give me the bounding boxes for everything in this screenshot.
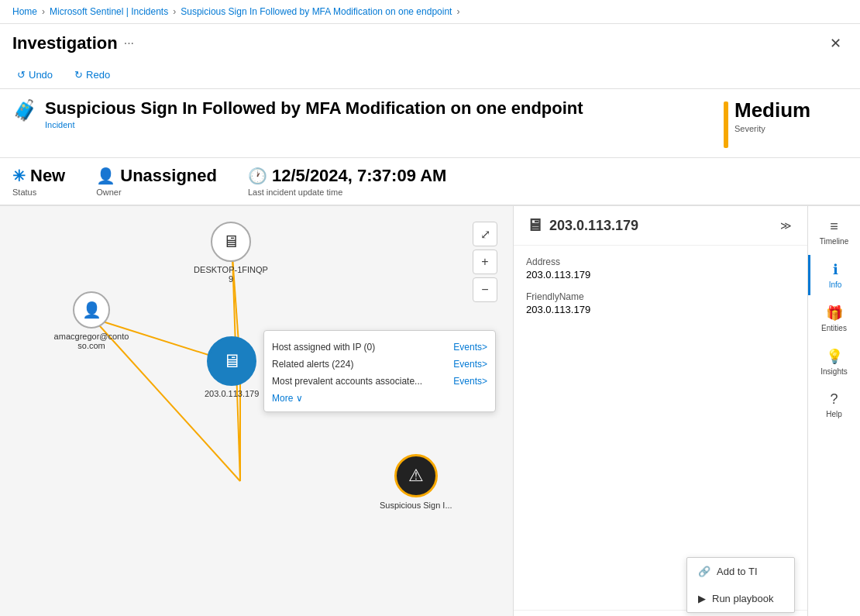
title-more-icon[interactable]: ···: [124, 36, 134, 50]
insights-label: Insights: [820, 367, 847, 376]
severity-bar: [724, 102, 728, 148]
popup-more-label: More: [272, 393, 293, 404]
detail-expand-button[interactable]: ≫: [777, 216, 795, 235]
popup-row3-link[interactable]: Events>: [453, 376, 487, 387]
help-label: Help: [826, 410, 842, 418]
breadcrumb-arrow: ›: [456, 6, 459, 17]
help-icon: ?: [830, 391, 838, 408]
entity-actions-dropdown: 🔗 Add to TI ▶ Run playbook: [686, 557, 795, 613]
popup-card: Host assigned with IP (0) Events> Relate…: [263, 330, 496, 412]
breadcrumb-sep2: ›: [173, 6, 176, 17]
detail-icon: 🖥: [526, 215, 543, 236]
page-title: Investigation: [12, 33, 118, 53]
entities-icon: 🎁: [826, 305, 843, 322]
insights-icon: 💡: [826, 348, 843, 365]
popup-row2-link[interactable]: Events>: [453, 359, 487, 370]
add-to-ti-icon: 🔗: [698, 566, 710, 577]
popup-row3-label: Most prevalent accounts associate...: [272, 376, 422, 387]
graph-zoom-in-button[interactable]: +: [473, 249, 497, 274]
node-user[interactable]: 👤 amacgregor@contoso.com: [53, 291, 130, 350]
timeline-icon: ≡: [830, 219, 838, 235]
redo-icon: ↻: [74, 69, 83, 81]
popup-more[interactable]: More ∨: [272, 390, 487, 404]
severity-label: Severity: [734, 124, 810, 133]
node-ip[interactable]: 🖥 ⚙ + 203.0.113.179: [205, 336, 259, 398]
timeline-label: Timeline: [820, 237, 848, 246]
redo-label: Redo: [86, 69, 110, 81]
right-sidebar: ≡ Timeline ℹ Info 🎁 Entities 💡 Insights …: [807, 206, 860, 616]
detail-friendly-value: 203.0.113.179: [526, 304, 795, 315]
owner-icon: 👤: [96, 167, 115, 185]
node-desktop[interactable]: 🖥 DESKTOP-1FINQP9: [192, 222, 270, 284]
add-to-ti-item[interactable]: 🔗 Add to TI: [687, 558, 794, 585]
sidebar-entities-button[interactable]: 🎁 Entities: [808, 298, 860, 339]
popup-chevron-icon: ∨: [296, 393, 303, 404]
time-value: 12/5/2024, 7:37:09 AM: [272, 166, 446, 186]
breadcrumb: Home › Microsoft Sentinel | Incidents › …: [0, 0, 860, 24]
status-label: Status: [12, 188, 65, 197]
graph-zoom-out-button[interactable]: −: [473, 277, 497, 302]
info-label: Info: [829, 280, 842, 289]
time-label: Last incident update time: [248, 188, 446, 197]
entities-label: Entities: [821, 324, 847, 332]
graph-fit-button[interactable]: ⤢: [473, 222, 497, 246]
detail-friendly-label: FriendlyName: [526, 291, 795, 302]
undo-button[interactable]: ↺ Undo: [12, 66, 57, 84]
graph-controls: ⤢ + −: [473, 222, 497, 302]
undo-icon: ↺: [17, 69, 26, 81]
breadcrumb-sep1: ›: [42, 6, 45, 17]
popup-row-1: Host assigned with IP (0) Events>: [272, 339, 487, 356]
detail-title: 🖥 203.0.113.179: [526, 215, 638, 236]
owner-value: Unassigned: [120, 166, 217, 186]
sidebar-timeline-button[interactable]: ≡ Timeline: [808, 212, 860, 252]
info-icon: ℹ: [833, 261, 838, 278]
breadcrumb-home[interactable]: Home: [12, 6, 37, 17]
popup-row1-label: Host assigned with IP (0): [272, 342, 375, 353]
redo-button[interactable]: ↻ Redo: [70, 66, 115, 84]
sidebar-help-button[interactable]: ? Help: [808, 385, 860, 425]
status-icon: ✳: [12, 167, 26, 185]
breadcrumb-incident[interactable]: Suspicious Sign In Followed by MFA Modif…: [181, 6, 452, 17]
undo-label: Undo: [29, 69, 53, 81]
node-suspicious[interactable]: ⚠ Suspicious Sign I...: [380, 454, 452, 510]
add-to-ti-label: Add to TI: [717, 566, 758, 577]
sidebar-insights-button[interactable]: 💡 Insights: [808, 342, 860, 382]
run-playbook-label: Run playbook: [712, 593, 774, 604]
run-playbook-item[interactable]: ▶ Run playbook: [687, 585, 794, 612]
run-playbook-icon: ▶: [698, 593, 706, 604]
incident-title: Suspicious Sign In Followed by MFA Modif…: [45, 98, 583, 119]
detail-address-field: Address 203.0.113.179: [526, 256, 795, 280]
popup-row2-label: Related alerts (224): [272, 359, 353, 370]
clock-icon: 🕐: [248, 167, 267, 185]
popup-row1-link[interactable]: Events>: [453, 342, 487, 353]
detail-friendly-field: FriendlyName 203.0.113.179: [526, 291, 795, 315]
detail-title-text: 203.0.113.179: [549, 218, 638, 234]
detail-panel: 🖥 203.0.113.179 ≫ Address 203.0.113.179 …: [513, 206, 807, 616]
detail-address-label: Address: [526, 256, 795, 267]
incident-type-label: Incident: [45, 120, 583, 129]
incident-icon: 🧳: [12, 98, 37, 122]
popup-row-3: Most prevalent accounts associate... Eve…: [272, 373, 487, 390]
status-value: New: [30, 166, 65, 186]
detail-address-value: 203.0.113.179: [526, 269, 795, 280]
severity-value: Medium: [734, 98, 810, 122]
close-button[interactable]: ✕: [824, 32, 848, 55]
graph-area: 🖥 DESKTOP-1FINQP9 👤 amacgregor@contoso.c…: [0, 206, 513, 616]
owner-label: Owner: [96, 188, 217, 197]
popup-row-2: Related alerts (224) Events>: [272, 356, 487, 373]
sidebar-info-button[interactable]: ℹ Info: [808, 255, 860, 295]
breadcrumb-sentinel[interactable]: Microsoft Sentinel | Incidents: [50, 6, 168, 17]
